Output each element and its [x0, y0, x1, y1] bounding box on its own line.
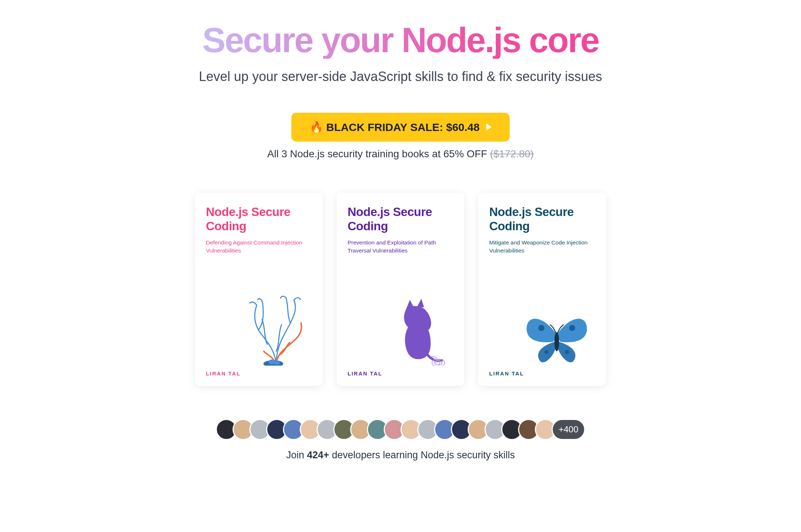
- book-subtitle: Prevention and Exploitation of Path Trav…: [348, 239, 453, 255]
- price-line: All 3 Node.js security training books at…: [267, 148, 534, 160]
- book-title: Node.js Secure Coding: [206, 205, 312, 234]
- book-subtitle: Mitigate and Weaponize Code Injection Vu…: [489, 239, 595, 255]
- book-title: Node.js Secure Coding: [489, 205, 595, 234]
- price-strike: ($172.80): [490, 148, 534, 159]
- svg-point-9: [565, 350, 569, 354]
- black-friday-cta-button[interactable]: 🔥 BLACK FRIDAY SALE: $60.48: [291, 113, 509, 142]
- avatar-more-badge: +400: [552, 419, 585, 440]
- svg-point-7: [569, 325, 575, 331]
- svg-point-2: [274, 361, 280, 365]
- book-subtitle: Defending Against Command Injection Vuln…: [206, 239, 312, 255]
- social-proof-text: Join 424+ developers learning Node.js se…: [286, 450, 515, 461]
- book-author: LIRAN TAL: [206, 371, 312, 377]
- social-text-suffix: developers learning Node.js security ski…: [329, 450, 515, 460]
- book-card-code-injection[interactable]: Node.js Secure Coding Mitigate and Weapo…: [478, 193, 606, 386]
- svg-point-5: [554, 332, 559, 351]
- page-subhead: Level up your server-side JavaScript ski…: [199, 69, 602, 84]
- svg-point-6: [538, 325, 544, 331]
- page-headline: Secure your Node.js core: [202, 22, 599, 59]
- svg-point-8: [544, 350, 548, 354]
- cta-button-label: 🔥 BLACK FRIDAY SALE: $60.48: [310, 121, 479, 134]
- social-proof: +400 Join 424+ developers learning Node.…: [216, 419, 585, 461]
- social-text-prefix: Join: [286, 450, 307, 460]
- book-title: Node.js Secure Coding: [348, 205, 453, 234]
- play-icon: [486, 123, 491, 131]
- social-text-count: 424+: [307, 450, 329, 460]
- avatar-row: +400: [216, 419, 585, 440]
- book-author: LIRAN TAL: [489, 371, 595, 377]
- book-card-path-traversal[interactable]: Node.js Secure Coding Prevention and Exp…: [337, 193, 464, 386]
- book-author: LIRAN TAL: [348, 371, 453, 377]
- book-card-command-injection[interactable]: Node.js Secure Coding Defending Against …: [195, 193, 323, 386]
- cta-section: 🔥 BLACK FRIDAY SALE: $60.48 All 3 Node.j…: [267, 113, 534, 160]
- butterfly-icon: [489, 255, 595, 366]
- coral-icon: [206, 255, 312, 366]
- cat-icon: [348, 255, 453, 366]
- books-row: Node.js Secure Coding Defending Against …: [195, 193, 606, 386]
- price-line-text: All 3 Node.js security training books at…: [267, 148, 490, 159]
